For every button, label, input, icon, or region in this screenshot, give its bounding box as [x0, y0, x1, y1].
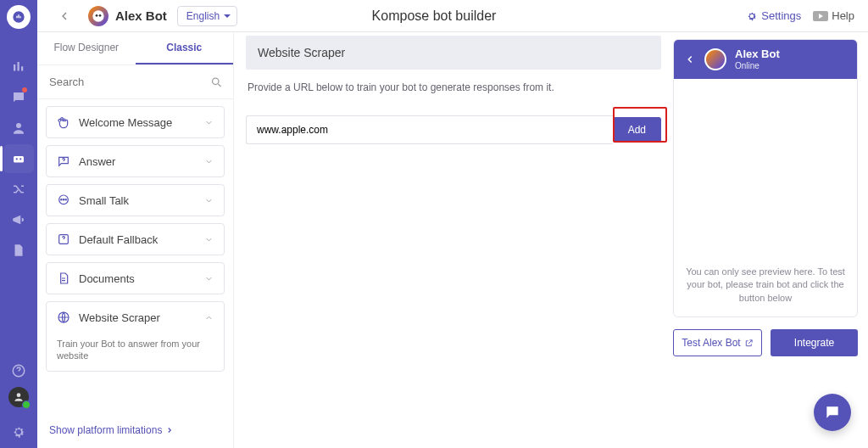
question-bubble-icon	[57, 154, 70, 168]
sidebar-item-label: Documents	[79, 272, 135, 285]
help-link[interactable]: Help	[813, 9, 854, 22]
tab-classic[interactable]: Classic	[136, 32, 234, 64]
language-select[interactable]: English	[177, 6, 237, 26]
search-icon	[210, 76, 223, 88]
document-icon[interactable]	[3, 236, 34, 265]
svg-point-1	[17, 393, 21, 397]
analytics-icon[interactable]	[3, 53, 34, 81]
help-circle-icon[interactable]	[3, 356, 34, 385]
external-link-icon	[744, 339, 754, 348]
top-bar: Alex Bot English Kompose bot builder Set…	[37, 0, 868, 32]
campaign-icon[interactable]	[3, 205, 34, 234]
chevron-down-icon	[204, 196, 214, 205]
svg-point-3	[96, 14, 98, 17]
bot-icon[interactable]	[3, 144, 34, 173]
sidebar-item-label: Welcome Message	[79, 116, 172, 129]
globe-icon	[57, 311, 70, 324]
search-input[interactable]	[37, 65, 233, 98]
svg-point-2	[92, 10, 103, 21]
svg-rect-12	[830, 410, 832, 412]
settings-link[interactable]: Settings	[746, 9, 801, 22]
sidebar-item-fallback[interactable]: Default Fallback	[46, 223, 225, 255]
chat-icon	[57, 193, 70, 207]
video-icon	[813, 11, 828, 21]
page-title: Kompose bot builder	[372, 8, 497, 24]
sidebar-item-label: Default Fallback	[79, 233, 158, 246]
file-icon	[57, 272, 70, 285]
sidebar-item-website-scraper[interactable]: Website Scraper Train your Bot to answer…	[46, 301, 225, 372]
svg-point-5	[213, 78, 220, 85]
svg-point-8	[63, 199, 64, 200]
shuffle-icon[interactable]	[3, 175, 34, 204]
tab-flow-designer[interactable]: Flow Designer	[37, 32, 136, 64]
chevron-down-icon	[204, 157, 214, 166]
chevron-down-icon	[204, 235, 214, 244]
inbox-icon[interactable]	[3, 83, 34, 112]
bot-identity: Alex Bot	[88, 6, 167, 26]
user-avatar[interactable]	[8, 387, 29, 407]
preview-panel: Alex Bot Online You can only see preview…	[673, 32, 868, 448]
panel-description: Provide a URL below to train your bot to…	[248, 81, 659, 93]
settings-gear-icon[interactable]	[3, 417, 34, 446]
add-button[interactable]: Add	[613, 117, 661, 143]
sidebar-item-label: Answer	[79, 155, 115, 168]
users-icon[interactable]	[3, 114, 34, 143]
sidebar-item-welcome[interactable]: Welcome Message	[46, 106, 225, 138]
sidebar-item-label: Website Scraper	[79, 311, 160, 324]
svg-rect-13	[832, 410, 833, 412]
url-input[interactable]	[246, 115, 613, 144]
sidebar-item-answer[interactable]: Answer	[46, 145, 225, 177]
bot-avatar-icon	[88, 6, 108, 26]
chat-bot-name: Alex Bot	[735, 48, 780, 60]
chat-bubble-icon	[824, 404, 841, 421]
sidebar-item-label: Small Talk	[79, 194, 129, 207]
left-nav-rail	[0, 0, 37, 448]
fallback-icon	[57, 232, 70, 246]
svg-rect-14	[834, 410, 836, 412]
main-panel: Website Scraper Provide a URL below to t…	[234, 32, 673, 448]
wave-icon	[57, 115, 70, 129]
gear-icon	[746, 10, 758, 22]
sidebar-item-description: Train your Bot to answer from your websi…	[57, 338, 214, 362]
chat-back-button[interactable]	[684, 53, 696, 65]
chat-preview-note: You can only see preview here. To test y…	[686, 266, 845, 305]
svg-point-7	[61, 199, 62, 200]
panel-title: Website Scraper	[246, 36, 661, 70]
chevron-right-icon	[165, 426, 174, 434]
chat-avatar-icon	[704, 48, 726, 70]
bot-name-label: Alex Bot	[115, 8, 167, 23]
chevron-down-icon	[204, 274, 214, 283]
svg-point-4	[99, 14, 102, 17]
sidebar-item-small-talk[interactable]: Small Talk	[46, 184, 225, 216]
back-button[interactable]	[51, 6, 78, 26]
chat-fab[interactable]	[814, 394, 851, 431]
chat-header: Alex Bot Online	[674, 40, 857, 79]
svg-point-9	[65, 199, 66, 200]
sidebar-item-documents[interactable]: Documents	[46, 262, 225, 294]
chevron-up-icon	[204, 313, 214, 322]
integrate-button[interactable]: Integrate	[771, 329, 858, 356]
chevron-down-icon	[204, 118, 214, 127]
language-value: English	[186, 10, 220, 22]
category-sidebar: Flow Designer Classic Welcome Message	[37, 32, 234, 448]
test-bot-button[interactable]: Test Alex Bot	[673, 329, 762, 356]
chat-preview-card: Alex Bot Online You can only see preview…	[673, 39, 858, 317]
brand-logo[interactable]	[7, 5, 31, 29]
chat-status: Online	[735, 61, 780, 70]
show-platform-limitations-link[interactable]: Show platform limitations	[37, 416, 233, 441]
